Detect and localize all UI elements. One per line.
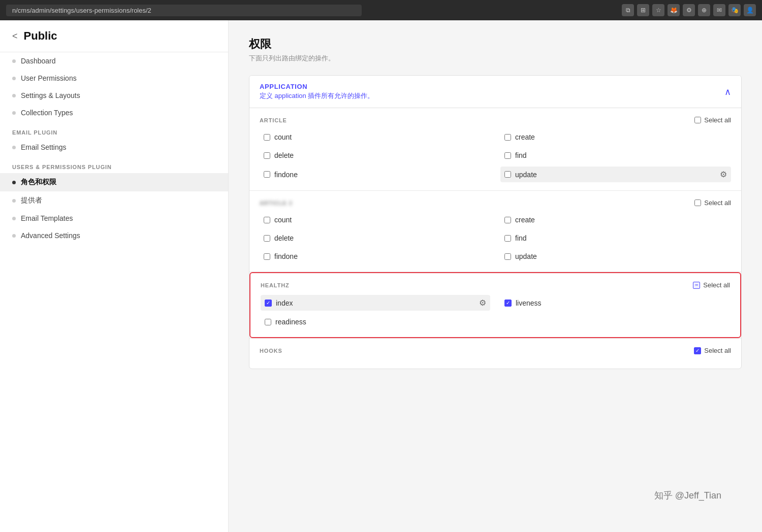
hooks-section-header: HOOKS Select all xyxy=(260,347,731,354)
liveness-checkbox[interactable] xyxy=(504,300,512,307)
sidebar-item-label: Collection Types xyxy=(21,109,73,117)
findone2-checkbox[interactable] xyxy=(264,253,270,260)
article-select-all-checkbox[interactable] xyxy=(694,117,701,123)
perm-item-readiness: readiness xyxy=(261,315,490,329)
ext-icon-5[interactable]: 🎭 xyxy=(728,4,741,16)
blurred-permissions-grid: count create delete find xyxy=(260,213,731,263)
sidebar-title: Public xyxy=(24,29,57,43)
ext-icon-1[interactable]: 🦊 xyxy=(668,4,680,16)
back-button[interactable]: < xyxy=(12,31,18,41)
application-header-left: APPLICATION 定义 application 插件所有允许的操作。 xyxy=(260,83,374,101)
ext-icon-4[interactable]: ✉ xyxy=(713,4,725,16)
perm-label: count xyxy=(274,216,292,224)
section-label-email: EMAIL PLUGIN xyxy=(0,121,228,139)
application-label: APPLICATION xyxy=(260,83,374,90)
sidebar-item-label: Email Settings xyxy=(21,143,66,151)
update2-checkbox[interactable] xyxy=(504,253,511,260)
sidebar-item-providers[interactable]: 提供者 xyxy=(0,191,228,210)
ext-icon-6[interactable]: 👤 xyxy=(744,4,756,16)
sidebar-item-settings-layouts[interactable]: Settings & Layouts xyxy=(0,87,228,104)
perm-label: delete xyxy=(274,234,294,242)
perm-item-delete2: delete xyxy=(260,231,490,245)
article-select-all[interactable]: Select all xyxy=(694,116,731,124)
sidebar-item-label: 提供者 xyxy=(21,196,42,205)
article-section-name: ARTICLE xyxy=(260,117,287,123)
url-bar[interactable]: n/cms/admin/settings/users-permissions/r… xyxy=(6,5,362,16)
ext-icon-3[interactable]: ⊕ xyxy=(698,4,710,16)
sidebar-item-label: Settings & Layouts xyxy=(21,91,80,99)
select-all-text: Select all xyxy=(704,199,731,207)
create-checkbox[interactable] xyxy=(504,134,511,141)
grid-icon[interactable]: ⊞ xyxy=(637,4,649,16)
perm-item-create: create xyxy=(500,130,731,144)
hooks-section: HOOKS Select all xyxy=(249,339,741,369)
article-permissions-grid: count create delete find xyxy=(260,130,731,182)
blurred-section-name: ARTICLE 2 xyxy=(260,200,293,206)
healthz-select-all[interactable]: Select all xyxy=(693,281,730,289)
perm-label: create xyxy=(515,216,535,224)
ext-icon-2[interactable]: ⚙ xyxy=(683,4,695,16)
healthz-outer: HEALTHZ Select all xyxy=(249,272,741,339)
browser-icons: ⧉ ⊞ ☆ 🦊 ⚙ ⊕ ✉ 🎭 👤 xyxy=(622,4,756,16)
perm-item-count2: count xyxy=(260,213,490,227)
perm-label: count xyxy=(274,133,292,141)
perm-label: find xyxy=(515,151,527,159)
findone-checkbox[interactable] xyxy=(264,171,270,178)
dot-icon xyxy=(12,181,16,184)
update-checkbox[interactable] xyxy=(504,171,511,178)
sidebar-item-email-templates[interactable]: Email Templates xyxy=(0,210,228,227)
sidebar-item-dashboard[interactable]: Dashboard xyxy=(0,52,228,70)
star-icon[interactable]: ☆ xyxy=(652,4,664,16)
perm-item-find2: find xyxy=(500,231,731,245)
count2-checkbox[interactable] xyxy=(264,217,270,223)
find-checkbox[interactable] xyxy=(504,152,511,159)
blurred-section: ARTICLE 2 Select all count xyxy=(249,191,741,272)
dot-icon xyxy=(12,94,16,97)
sidebar-item-roles-permissions[interactable]: 角色和权限 xyxy=(0,173,228,191)
sidebar-item-collection-types[interactable]: Collection Types xyxy=(0,104,228,121)
hooks-select-all[interactable]: Select all xyxy=(694,347,731,354)
sidebar-item-label: User Permissions xyxy=(21,74,77,82)
dot-icon xyxy=(12,199,16,203)
sidebar-header: < Public xyxy=(0,20,228,52)
partial-checkbox[interactable] xyxy=(693,282,700,289)
sidebar-item-label: Advanced Settings xyxy=(21,231,80,240)
perm-item-delete: delete xyxy=(260,148,490,162)
application-card-header[interactable]: APPLICATION 定义 application 插件所有允许的操作。 ∧ xyxy=(249,76,741,108)
sidebar-item-label: 角色和权限 xyxy=(21,178,56,187)
sidebar-section-main: Dashboard User Permissions Settings & La… xyxy=(0,52,228,121)
perm-label: findone xyxy=(274,171,298,179)
sidebar-item-advanced-settings[interactable]: Advanced Settings xyxy=(0,227,228,244)
healthz-section-name: HEALTHZ xyxy=(261,282,290,288)
sidebar-item-label: Dashboard xyxy=(21,57,56,65)
partial-checkmark xyxy=(693,282,700,289)
main-content: 权限 下面只列出路由绑定的操作。 APPLICATION 定义 applicat… xyxy=(229,20,762,532)
perm-item-findone: findone xyxy=(260,167,490,182)
tab-icon[interactable]: ⧉ xyxy=(622,4,634,16)
delete2-checkbox[interactable] xyxy=(264,235,270,242)
application-card: APPLICATION 定义 application 插件所有允许的操作。 ∧ … xyxy=(249,75,742,369)
perm-item-find: find xyxy=(500,148,731,162)
select-all-text: Select all xyxy=(703,281,730,289)
hooks-select-all-checkbox[interactable] xyxy=(694,347,701,354)
healthz-section: HEALTHZ Select all xyxy=(249,272,741,338)
gear-icon[interactable]: ⚙ xyxy=(720,170,727,179)
blurred-select-all-checkbox[interactable] xyxy=(694,200,701,206)
perm-item-count: count xyxy=(260,130,490,144)
page-subtitle: 下面只列出路由绑定的操作。 xyxy=(249,54,742,63)
delete-checkbox[interactable] xyxy=(264,152,270,159)
index-checkbox[interactable] xyxy=(265,300,272,307)
sidebar: < Public Dashboard User Permissions Sett… xyxy=(0,20,229,532)
gear-icon[interactable]: ⚙ xyxy=(479,298,486,308)
blurred-select-all[interactable]: Select all xyxy=(694,199,731,207)
sidebar-item-email-settings[interactable]: Email Settings xyxy=(0,139,228,156)
perm-label: create xyxy=(515,133,535,141)
readiness-checkbox[interactable] xyxy=(265,319,271,325)
browser-bar: n/cms/admin/settings/users-permissions/r… xyxy=(0,0,762,20)
dot-icon xyxy=(12,59,16,63)
count-checkbox[interactable] xyxy=(264,134,270,141)
find2-checkbox[interactable] xyxy=(504,235,511,242)
sidebar-item-user-permissions[interactable]: User Permissions xyxy=(0,70,228,87)
chevron-up-icon[interactable]: ∧ xyxy=(724,86,731,97)
create2-checkbox[interactable] xyxy=(504,217,511,223)
